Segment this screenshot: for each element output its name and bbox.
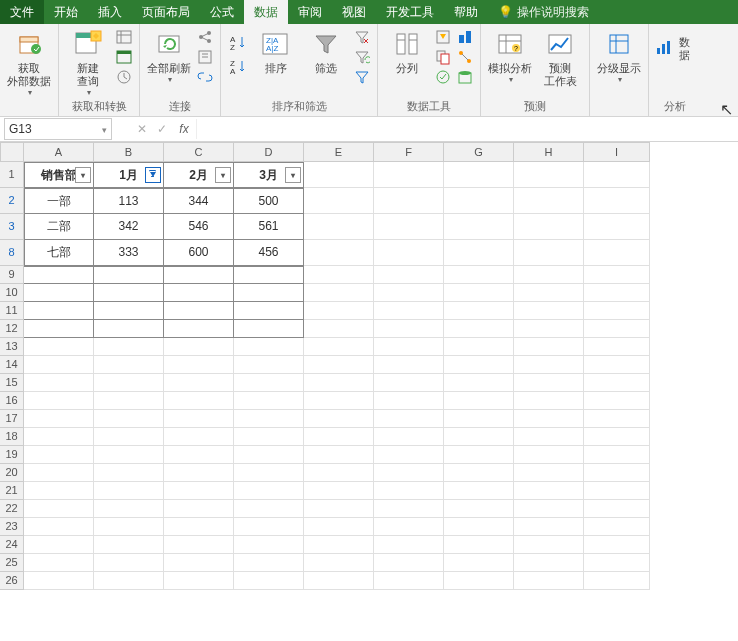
cell[interactable] bbox=[514, 572, 584, 590]
cell[interactable] bbox=[584, 162, 650, 188]
cell[interactable] bbox=[304, 572, 374, 590]
tab-layout[interactable]: 页面布局 bbox=[132, 0, 200, 24]
cell[interactable] bbox=[584, 266, 650, 284]
cell[interactable]: 二部 bbox=[24, 214, 94, 240]
cell[interactable] bbox=[444, 500, 514, 518]
get-external-data-button[interactable]: 获取 外部数据 bbox=[6, 26, 52, 97]
consolidate-button[interactable] bbox=[456, 28, 474, 46]
col-header[interactable]: A bbox=[24, 142, 94, 162]
cell[interactable] bbox=[374, 338, 444, 356]
cell[interactable] bbox=[444, 374, 514, 392]
cell[interactable] bbox=[374, 356, 444, 374]
cell[interactable] bbox=[374, 410, 444, 428]
cell[interactable] bbox=[584, 464, 650, 482]
sort-desc-button[interactable]: ZA bbox=[227, 56, 249, 78]
cell[interactable] bbox=[94, 446, 164, 464]
cell[interactable] bbox=[584, 428, 650, 446]
cell[interactable] bbox=[444, 554, 514, 572]
cell[interactable] bbox=[444, 240, 514, 266]
cell[interactable] bbox=[584, 374, 650, 392]
cell[interactable] bbox=[164, 392, 234, 410]
row-header[interactable]: 21 bbox=[0, 482, 24, 500]
cell[interactable] bbox=[514, 214, 584, 240]
cell[interactable] bbox=[304, 374, 374, 392]
cell[interactable] bbox=[444, 214, 514, 240]
cell[interactable] bbox=[234, 464, 304, 482]
cell[interactable]: 113 bbox=[94, 188, 164, 214]
cell[interactable] bbox=[24, 446, 94, 464]
cell[interactable] bbox=[584, 284, 650, 302]
cell[interactable] bbox=[164, 320, 234, 338]
cell[interactable] bbox=[24, 392, 94, 410]
cell[interactable] bbox=[444, 392, 514, 410]
cell[interactable] bbox=[374, 284, 444, 302]
cell[interactable] bbox=[374, 374, 444, 392]
col-header[interactable]: B bbox=[94, 142, 164, 162]
cell[interactable] bbox=[24, 356, 94, 374]
cell[interactable] bbox=[374, 214, 444, 240]
cell[interactable] bbox=[514, 500, 584, 518]
row-header[interactable]: 12 bbox=[0, 320, 24, 338]
cell[interactable] bbox=[304, 554, 374, 572]
cell[interactable] bbox=[24, 572, 94, 590]
cell[interactable]: 七部 bbox=[24, 240, 94, 266]
cell[interactable] bbox=[164, 284, 234, 302]
cell[interactable] bbox=[94, 392, 164, 410]
filter-dropdown-active[interactable] bbox=[145, 167, 161, 183]
cell[interactable] bbox=[164, 518, 234, 536]
cell[interactable] bbox=[94, 284, 164, 302]
row-header[interactable]: 26 bbox=[0, 572, 24, 590]
cell[interactable] bbox=[304, 482, 374, 500]
new-query-button[interactable]: 新建 查询 bbox=[65, 26, 111, 97]
cell[interactable] bbox=[514, 302, 584, 320]
cell[interactable] bbox=[164, 338, 234, 356]
cell[interactable] bbox=[304, 266, 374, 284]
cell[interactable] bbox=[304, 464, 374, 482]
cell[interactable] bbox=[444, 482, 514, 500]
cell[interactable] bbox=[514, 410, 584, 428]
cell[interactable] bbox=[444, 320, 514, 338]
cell[interactable] bbox=[304, 428, 374, 446]
remove-duplicates-button[interactable] bbox=[434, 48, 452, 66]
cell[interactable] bbox=[234, 500, 304, 518]
cell[interactable] bbox=[374, 464, 444, 482]
cell[interactable]: 3月 bbox=[234, 162, 304, 188]
outline-button[interactable]: 分级显示 bbox=[596, 26, 642, 84]
cell[interactable] bbox=[374, 500, 444, 518]
cell[interactable] bbox=[514, 428, 584, 446]
cell[interactable] bbox=[584, 536, 650, 554]
cell[interactable] bbox=[164, 482, 234, 500]
col-header[interactable]: H bbox=[514, 142, 584, 162]
cell[interactable] bbox=[444, 572, 514, 590]
fx-icon[interactable]: fx bbox=[172, 122, 196, 136]
cell[interactable] bbox=[304, 392, 374, 410]
cell[interactable] bbox=[374, 428, 444, 446]
cell[interactable] bbox=[94, 518, 164, 536]
tab-view[interactable]: 视图 bbox=[332, 0, 376, 24]
cell[interactable] bbox=[374, 554, 444, 572]
row-header[interactable]: 22 bbox=[0, 500, 24, 518]
col-header[interactable]: C bbox=[164, 142, 234, 162]
advanced-filter-button[interactable] bbox=[353, 68, 371, 86]
tab-insert[interactable]: 插入 bbox=[88, 0, 132, 24]
cell[interactable] bbox=[514, 482, 584, 500]
cell[interactable]: 1月 bbox=[94, 162, 164, 188]
cell[interactable] bbox=[234, 410, 304, 428]
text-to-columns-button[interactable]: 分列 bbox=[384, 26, 430, 75]
cell[interactable] bbox=[304, 214, 374, 240]
row-header[interactable]: 10 bbox=[0, 284, 24, 302]
cell[interactable] bbox=[514, 536, 584, 554]
row-header[interactable]: 9 bbox=[0, 266, 24, 284]
cell[interactable] bbox=[444, 284, 514, 302]
cell[interactable] bbox=[234, 446, 304, 464]
row-header[interactable]: 20 bbox=[0, 464, 24, 482]
cell[interactable] bbox=[234, 572, 304, 590]
cell[interactable] bbox=[304, 188, 374, 214]
cell[interactable] bbox=[234, 356, 304, 374]
cell[interactable] bbox=[94, 482, 164, 500]
cell[interactable] bbox=[374, 162, 444, 188]
manage-data-model-button[interactable] bbox=[456, 68, 474, 86]
row-header[interactable]: 11 bbox=[0, 302, 24, 320]
cell[interactable] bbox=[374, 240, 444, 266]
cell[interactable] bbox=[584, 356, 650, 374]
